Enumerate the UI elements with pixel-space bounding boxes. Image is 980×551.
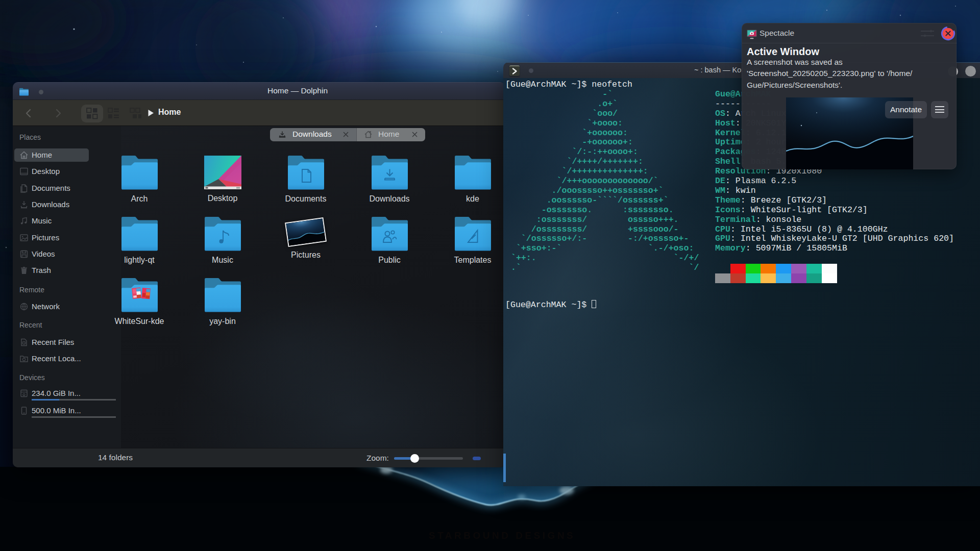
svg-text:STARBOUND DESIGNS: STARBOUND DESIGNS: [429, 530, 575, 541]
